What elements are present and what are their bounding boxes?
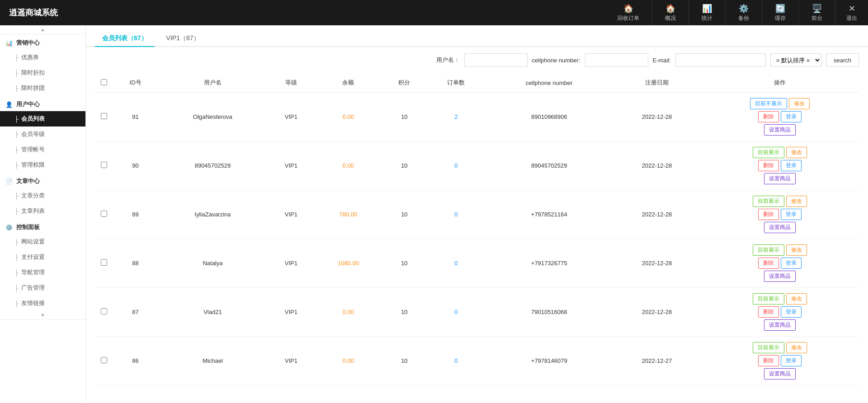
- show-btn-0[interactable]: 目前不展示: [750, 98, 787, 109]
- setgoods-btn-0[interactable]: 设置商品: [764, 124, 796, 136]
- login-btn-3[interactable]: 登录: [781, 258, 802, 269]
- row-points-4: 10: [382, 288, 427, 337]
- nav-overview[interactable]: 🏠 概况: [652, 0, 689, 25]
- email-input[interactable]: [675, 53, 766, 67]
- row-orders-4: 0: [427, 288, 486, 337]
- select-all-checkbox[interactable]: [101, 79, 107, 85]
- show-btn-2[interactable]: 目前展示: [753, 196, 784, 207]
- username-input[interactable]: [464, 53, 528, 67]
- sidebar-item-member-level[interactable]: 会员等级: [0, 127, 85, 142]
- row-balance-3: 1080.00: [315, 239, 382, 288]
- sidebar-item-coupons[interactable]: 优惠券: [0, 50, 85, 65]
- login-btn-4[interactable]: 登录: [781, 306, 802, 318]
- sidebar-group-control-label: 控制面板: [16, 223, 40, 231]
- sidebar-group-control-title: ⚙️ 控制面板: [0, 219, 85, 234]
- edit-btn-5[interactable]: 修改: [786, 342, 807, 353]
- row-checkbox-2[interactable]: [101, 211, 107, 217]
- row-actions-4: 目前展示修改删除登录设置商品: [701, 288, 859, 337]
- table-row: 88NatalyaVIP11080.00100+79173267752022-1…: [95, 239, 859, 288]
- sidebar-item-ad-management[interactable]: 广告管理: [0, 280, 85, 295]
- row-level-5: VIP1: [268, 337, 315, 385]
- row-checkbox-cell-2: [95, 190, 113, 239]
- nav-logout[interactable]: ✕ 退出: [835, 0, 868, 25]
- top-nav: 逍遥商城系统 🏠 回收订单 🏠 概况 📊 统计 ⚙️ 备份 🔄 缓存 🖥️ 前台…: [0, 0, 868, 25]
- header-username: 用户名: [158, 73, 268, 93]
- show-btn-4[interactable]: 目前展示: [753, 293, 784, 305]
- delete-btn-1[interactable]: 删除: [758, 160, 779, 171]
- row-actions-3: 目前展示修改删除登录设置商品: [701, 239, 859, 288]
- login-btn-0[interactable]: 登录: [781, 111, 802, 122]
- setgoods-btn-2[interactable]: 设置商品: [764, 222, 796, 233]
- setgoods-btn-4[interactable]: 设置商品: [764, 319, 796, 331]
- show-btn-5[interactable]: 目前展示: [753, 342, 784, 353]
- delete-btn-4[interactable]: 删除: [758, 306, 779, 318]
- sidebar-group-marketing: 📊 营销中心 优惠券 限时折扣 限时拼团: [0, 34, 85, 96]
- setgoods-btn-5[interactable]: 设置商品: [764, 368, 796, 380]
- sidebar-group-article-label: 文章中心: [16, 177, 40, 185]
- sidebar-item-payment-settings[interactable]: 支付设置: [0, 249, 85, 265]
- sidebar-item-time-group[interactable]: 限时拼团: [0, 80, 85, 96]
- delete-btn-0[interactable]: 删除: [758, 111, 779, 122]
- sidebar-item-time-discount[interactable]: 限时折扣: [0, 65, 85, 80]
- row-points-5: 10: [382, 337, 427, 385]
- row-actions-1: 目前展示修改删除登录设置商品: [701, 141, 859, 190]
- delete-btn-3[interactable]: 删除: [758, 258, 779, 269]
- nav-backup[interactable]: ⚙️ 备份: [726, 0, 762, 25]
- header-balance: 余额: [315, 73, 382, 93]
- edit-btn-0[interactable]: 修改: [789, 98, 810, 109]
- sidebar-item-manage-permission[interactable]: 管理权限: [0, 157, 85, 173]
- row-cellphone-0: 89010968906: [486, 93, 613, 141]
- row-checkbox-1[interactable]: [101, 162, 107, 168]
- login-btn-5[interactable]: 登录: [781, 355, 802, 366]
- row-points-3: 10: [382, 239, 427, 288]
- row-regdate-5: 2022-12-27: [613, 337, 701, 385]
- nav-frontend[interactable]: 🖥️ 前台: [799, 0, 835, 25]
- sidebar-item-nav-management[interactable]: 导航管理: [0, 265, 85, 280]
- delete-btn-5[interactable]: 删除: [758, 355, 779, 366]
- row-checkbox-cell-5: [95, 337, 113, 385]
- setgoods-btn-1[interactable]: 设置商品: [764, 173, 796, 184]
- row-username-5: Michael: [158, 337, 268, 385]
- show-btn-1[interactable]: 目前展示: [753, 147, 784, 158]
- edit-btn-4[interactable]: 修改: [786, 293, 807, 305]
- setgoods-btn-3[interactable]: 设置商品: [764, 271, 796, 282]
- sidebar-item-friendly-links[interactable]: 友情链接: [0, 295, 85, 311]
- sidebar-item-site-settings[interactable]: 网站设置: [0, 234, 85, 249]
- login-btn-2[interactable]: 登录: [781, 209, 802, 220]
- tab-vip1[interactable]: VIP1（67）: [159, 31, 207, 46]
- header-actions: 操作: [701, 73, 859, 93]
- row-checkbox-cell-0: [95, 93, 113, 141]
- edit-btn-2[interactable]: 修改: [786, 196, 807, 207]
- row-username-1: 89045702529: [158, 141, 268, 190]
- sidebar-group-user-label: 用户中心: [16, 100, 40, 108]
- row-checkbox-5[interactable]: [101, 357, 107, 363]
- show-btn-3[interactable]: 目前展示: [753, 244, 784, 256]
- edit-btn-1[interactable]: 修改: [786, 147, 807, 158]
- sort-select[interactable]: = 默认排序 =: [770, 53, 821, 67]
- header-checkbox-cell: [95, 73, 113, 93]
- sidebar-item-article-list[interactable]: 文章列表: [0, 203, 85, 219]
- row-checkbox-0[interactable]: [101, 113, 107, 119]
- cellphone-input[interactable]: [585, 53, 648, 67]
- nav-overview-label: 概况: [665, 14, 676, 22]
- login-btn-1[interactable]: 登录: [781, 160, 802, 171]
- row-checkbox-3[interactable]: [101, 259, 107, 266]
- row-orders-0: 2: [427, 93, 486, 141]
- nav-cache[interactable]: 🔄 缓存: [762, 0, 799, 25]
- nav-statistics[interactable]: 📊 统计: [689, 0, 726, 25]
- search-button[interactable]: search: [826, 53, 859, 67]
- delete-btn-2[interactable]: 删除: [758, 209, 779, 220]
- nav-recycle-orders[interactable]: 🏠 回收订单: [605, 0, 652, 25]
- marketing-icon: 📊: [5, 40, 13, 47]
- header-regdate: 注册日期: [613, 73, 701, 93]
- row-regdate-1: 2022-12-28: [613, 141, 701, 190]
- nav-cache-label: 缓存: [775, 14, 786, 22]
- tab-member-list[interactable]: 会员列表（67）: [95, 31, 155, 46]
- row-orders-2: 0: [427, 190, 486, 239]
- sidebar-item-article-category[interactable]: 文章分类: [0, 188, 85, 203]
- row-regdate-2: 2022-12-28: [613, 190, 701, 239]
- row-checkbox-4[interactable]: [101, 308, 107, 314]
- sidebar-item-member-list[interactable]: 会员列表: [0, 111, 85, 127]
- sidebar-item-manage-account[interactable]: 管理帐号: [0, 142, 85, 157]
- edit-btn-3[interactable]: 修改: [786, 244, 807, 256]
